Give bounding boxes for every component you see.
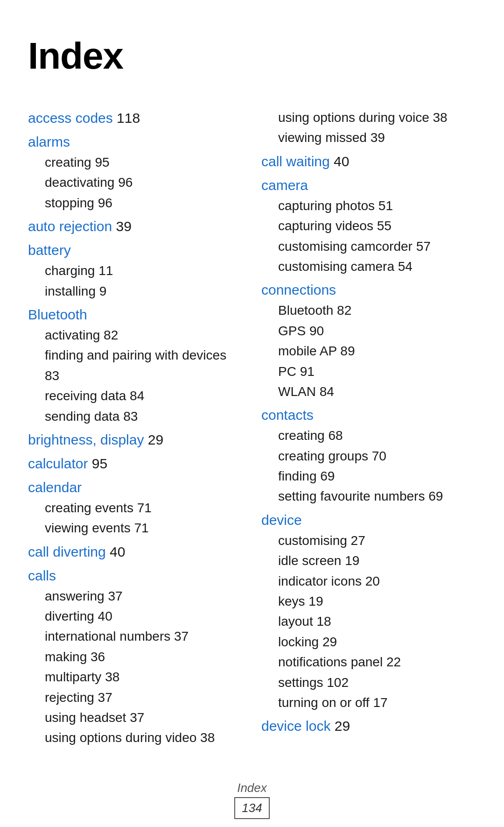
index-num: 118	[113, 110, 140, 126]
index-entry: call waiting 40	[261, 151, 476, 172]
index-entry: devicecustomising 27idle screen 19indica…	[261, 509, 476, 713]
index-entry: callsanswering 37diverting 40internation…	[28, 565, 243, 748]
sub-entry: international numbers 37	[45, 626, 243, 646]
index-term: device	[261, 512, 302, 528]
sub-entry: multiparty 38	[45, 667, 243, 687]
sub-entry: stopping 96	[45, 193, 243, 213]
sub-entry: settings 102	[278, 672, 476, 693]
sub-entry: setting favourite numbers 69	[278, 486, 476, 506]
index-term: calculator	[28, 456, 88, 471]
sub-entry: PC 91	[278, 361, 476, 382]
index-entry: alarmscreating 95deactivating 96stopping…	[28, 131, 243, 213]
index-num: 40	[330, 154, 350, 169]
index-term: camera	[261, 177, 308, 193]
index-entry: access codes 118	[28, 107, 243, 128]
index-entry: calendarcreating events 71viewing events…	[28, 477, 243, 538]
sub-entries: answering 37diverting 40international nu…	[28, 586, 243, 748]
sub-entry: viewing events 71	[45, 518, 243, 538]
index-entry: device lock 29	[261, 715, 476, 736]
sub-entries: customising 27idle screen 19indicator ic…	[261, 530, 476, 713]
sub-entry: creating 68	[278, 425, 476, 445]
sub-entries: creating 95deactivating 96stopping 96	[28, 152, 243, 213]
index-entry: auto rejection 39	[28, 216, 243, 237]
sub-entry: creating groups 70	[278, 446, 476, 466]
sub-entry: capturing photos 51	[278, 196, 476, 216]
index-entry: batterycharging 11installing 9	[28, 240, 243, 301]
sub-entry: customising camcorder 57	[278, 236, 476, 256]
index-term: access codes	[28, 110, 113, 126]
sub-entry: WLAN 84	[278, 382, 476, 402]
index-num: 39	[112, 219, 132, 234]
sub-entry: installing 9	[45, 281, 243, 301]
sub-entry: receiving data 84	[45, 386, 243, 406]
index-num: 40	[106, 544, 126, 559]
index-term: brightness, display	[28, 432, 144, 447]
sub-entry: answering 37	[45, 586, 243, 606]
index-term: call diverting	[28, 544, 106, 559]
sub-entry: using options during voice 38	[278, 107, 476, 127]
index-term: Bluetooth	[28, 307, 87, 322]
sub-entries: creating events 71viewing events 71	[28, 498, 243, 538]
index-term: device lock	[261, 718, 330, 734]
left-column: access codes 118alarmscreating 95deactiv…	[28, 107, 243, 751]
sub-entry: creating events 71	[45, 498, 243, 518]
index-term: calls	[28, 568, 56, 583]
index-entry: connectionsBluetooth 82GPS 90mobile AP 8…	[261, 279, 476, 402]
sub-entries: activating 82finding and pairing with de…	[28, 325, 243, 426]
sub-entry: customising 27	[278, 530, 476, 551]
sub-entry: mobile AP 89	[278, 341, 476, 361]
index-entry: cameracapturing photos 51capturing video…	[261, 175, 476, 277]
index-entry: brightness, display 29	[28, 429, 243, 450]
index-entry: using options during voice 38viewing mis…	[261, 107, 476, 148]
index-term: calendar	[28, 480, 82, 495]
sub-entry: making 36	[45, 647, 243, 667]
index-term: call waiting	[261, 154, 330, 169]
footer-page: 134	[234, 797, 269, 819]
sub-entry: sending data 83	[45, 406, 243, 426]
index-term: connections	[261, 282, 336, 297]
sub-entry: rejecting 37	[45, 687, 243, 707]
sub-entry: using options during video 38	[45, 728, 243, 748]
sub-entry: keys 19	[278, 591, 476, 611]
sub-entries: capturing photos 51capturing videos 55cu…	[261, 196, 476, 277]
sub-entries: using options during voice 38viewing mis…	[261, 107, 476, 148]
sub-entry: layout 18	[278, 611, 476, 631]
sub-entry: Bluetooth 82	[278, 300, 476, 320]
index-term: auto rejection	[28, 219, 112, 234]
sub-entry: diverting 40	[45, 606, 243, 626]
index-num: 95	[88, 456, 107, 471]
sub-entry: using headset 37	[45, 707, 243, 728]
index-num: 29	[330, 718, 350, 734]
sub-entries: creating 68creating groups 70finding 69s…	[261, 425, 476, 507]
sub-entry: customising camera 54	[278, 256, 476, 276]
sub-entry: GPS 90	[278, 321, 476, 341]
sub-entry: indicator icons 20	[278, 571, 476, 591]
sub-entry: locking 29	[278, 632, 476, 652]
index-entry: contactscreating 68creating groups 70fin…	[261, 404, 476, 507]
index-content: access codes 118alarmscreating 95deactiv…	[28, 107, 476, 751]
sub-entry: creating 95	[45, 152, 243, 172]
sub-entry: notifications panel 22	[278, 652, 476, 672]
sub-entry: finding 69	[278, 466, 476, 486]
index-term: alarms	[28, 134, 70, 149]
index-num: 29	[144, 432, 163, 447]
index-term: contacts	[261, 407, 314, 423]
sub-entry: viewing missed 39	[278, 127, 476, 148]
index-entry: call diverting 40	[28, 541, 243, 562]
footer-label: Index	[28, 779, 476, 797]
sub-entry: deactivating 96	[45, 172, 243, 192]
footer: Index 134	[28, 779, 476, 819]
sub-entries: Bluetooth 82GPS 90mobile AP 89PC 91WLAN …	[261, 300, 476, 402]
sub-entry: activating 82	[45, 325, 243, 345]
sub-entry: finding and pairing with devices 83	[45, 345, 243, 386]
index-entry: Bluetoothactivating 82finding and pairin…	[28, 304, 243, 426]
sub-entry: charging 11	[45, 261, 243, 281]
page-title: Index	[28, 28, 476, 84]
sub-entry: idle screen 19	[278, 551, 476, 571]
right-column: using options during voice 38viewing mis…	[261, 107, 476, 751]
sub-entry: capturing videos 55	[278, 216, 476, 236]
sub-entries: charging 11installing 9	[28, 261, 243, 301]
index-term: battery	[28, 242, 71, 258]
index-entry: calculator 95	[28, 453, 243, 474]
sub-entry: turning on or off 17	[278, 693, 476, 713]
